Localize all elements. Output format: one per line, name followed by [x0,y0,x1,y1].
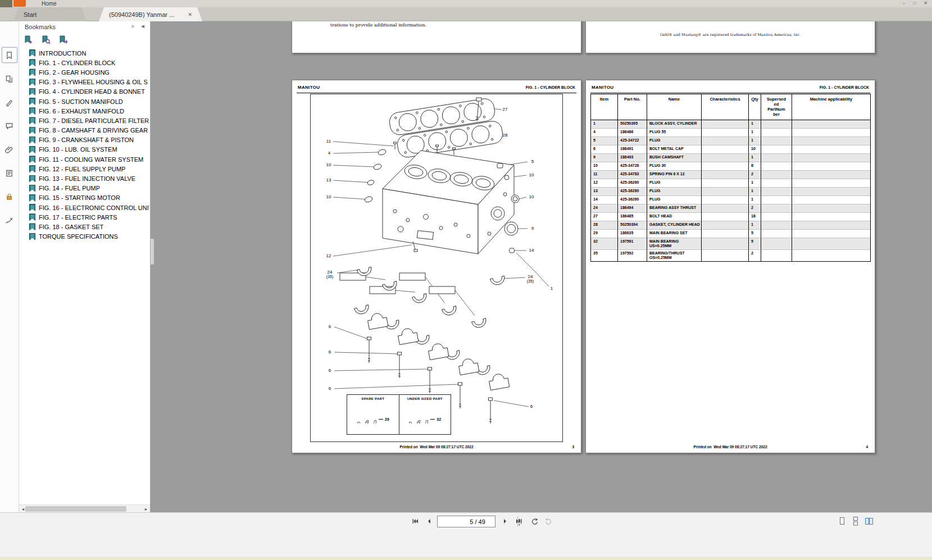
header-rule [297,93,576,93]
bookmark-item[interactable]: FIG. 9 - CRANKSHAFT & PISTON [21,135,149,145]
cell-qty: 1 [749,179,761,188]
maximize-button[interactable]: □ [913,0,916,7]
locate-bookmark-icon[interactable] [58,35,68,44]
tab-start[interactable]: Start [13,7,87,21]
continuous-view-icon[interactable] [850,516,861,527]
cell-name: MAIN BEARING US=0.25MM [647,238,702,250]
bookmark-item-label: FIG. 1 - CYLINDER BLOCK [39,60,115,66]
cell-superseded [761,196,792,204]
cell-characteristics [702,154,749,162]
bookmarks-panel-icon[interactable] [2,47,17,63]
bookmark-flag-icon [29,59,35,66]
next-view-button[interactable] [542,515,554,527]
attachments-panel-icon[interactable] [2,142,17,157]
bookmark-item[interactable]: TORQUE SPECIFICATIONS [21,232,149,242]
document-view-area[interactable]: trations to provide additional informati… [151,21,932,512]
bookmark-item[interactable]: FIG. 10 - LUB. OIL SYSTEM [21,145,149,154]
bookmarks-horizontal-scrollbar[interactable]: ◄ ► [19,504,150,512]
cell-machine [792,145,871,154]
signatures-panel-icon[interactable] [2,212,17,228]
tab-close-icon[interactable]: ✕ [188,12,192,17]
application-menu-button[interactable] [0,0,12,7]
cell-item: 5 [591,137,618,145]
bookmark-item-label: FIG. 8 - CAMSHAFT & DRIVING GEAR [39,127,148,134]
tab-start-label: Start [24,11,37,18]
cell-superseded [761,230,792,238]
bookmark-item[interactable]: FIG. 2 - GEAR HOUSING [21,67,149,77]
panel-collapse-icon[interactable]: ◄ [140,23,146,29]
single-page-view-icon[interactable] [836,516,848,527]
add-bookmark-icon[interactable] [24,35,33,44]
tab-document[interactable]: (50940249B) Yanmar ... ✕ [99,7,202,21]
page-number-box: ▲ ▼ [437,516,495,527]
col-header-part-no: Part No. [618,94,647,120]
bookmark-item[interactable]: FIG. 18 - GASKET SET [21,222,149,231]
cell-superseded [761,129,792,137]
pages-panel-icon[interactable] [2,71,17,86]
prev-page-button[interactable] [423,515,435,527]
cell-part-no: 197591 [618,238,647,250]
diagram-callout-label: 6 [329,368,331,373]
bookmark-item[interactable]: FIG. 15 - STARTING MOTOR [21,193,149,203]
certificates-panel-icon[interactable] [2,165,17,181]
cell-characteristics [702,188,749,196]
annotations-panel-icon[interactable] [2,94,17,110]
cell-superseded [761,179,792,188]
bookmark-item[interactable]: FIG. 7 - DIESEL PARTICULATE FILTER [21,116,149,125]
bookmark-item-label: FIG. 6 - EXHAUST MANIFOLD [39,108,124,115]
cell-part-no: 425-36260 [618,179,647,188]
first-page-button[interactable] [409,515,421,527]
cell-superseded [761,154,792,162]
next-page-button[interactable] [499,515,511,527]
bookmark-item[interactable]: FIG. 13 - FUEL INJECTION VALVE [21,174,149,183]
bookmark-flag-icon [29,69,35,76]
bookmark-item[interactable]: FIG. 11 - COOLING WATER SYSTEM [21,154,149,164]
bookmark-item[interactable]: FIG. 8 - CAMSHAFT & DRIVING GEAR [21,126,149,135]
bookmark-item[interactable]: FIG. 17 - ELECTRIC PARTS [21,212,149,222]
header-rule [590,93,870,93]
cell-part-no: 186486 [618,129,647,137]
bookmark-item[interactable]: FIG. 16 - ELECTRONIC CONTROL UNIT [21,203,149,212]
cell-qty: 1 [749,129,761,137]
find-bookmark-icon[interactable] [41,35,51,44]
panel-menu-icon[interactable]: » [131,23,135,29]
bookmark-flag-icon [29,233,35,240]
diagram-callout-label: 6 [329,350,331,354]
ribbon-tab-home[interactable]: Home [42,1,57,7]
bookmark-item[interactable]: FIG. 4 - CYLINDER HEAD & BONNET [21,87,149,97]
bookmark-item[interactable]: FIG. 1 - CYLINDER BLOCK [21,58,149,67]
previous-view-button[interactable] [529,515,541,527]
bookmark-item[interactable]: FIG. 5 - SUCTION MANIFOLD [21,97,149,106]
cell-characteristics [702,129,749,137]
cell-characteristics [702,213,749,221]
page-number: 4 [866,445,868,449]
minimize-button[interactable]: – [903,0,905,7]
foxit-logo[interactable] [13,0,26,7]
cell-qty: 1 [749,221,761,230]
cell-machine [792,213,871,221]
parts-table-row: 12425-36260PLUG1 [591,179,871,188]
page-brand: MANITOU [592,85,613,90]
scrollbar-thumb[interactable] [25,506,126,512]
cell-qty: 1 [749,154,761,162]
cell-item: 13 [591,188,618,196]
last-page-button[interactable] [513,515,525,527]
close-button[interactable]: ✕ [924,0,928,7]
bookmark-item[interactable]: FIG. 6 - EXHAUST MANIFOLD [21,106,149,116]
security-panel-icon[interactable] [2,189,17,204]
bookmark-item[interactable]: FIG. 3 - FLYWHEEL HOUSING & OIL S [21,78,149,87]
comments-panel-icon[interactable] [2,118,17,134]
scroll-right-icon[interactable]: ► [143,506,149,512]
sidebar-splitter-handle[interactable] [151,238,154,265]
printed-timestamp: Printed on Wed Mar 09 08:27:17 UTC 2022 [586,445,875,449]
bookmarks-panel: Bookmarks » ◄ INTRODUCTIONFIG. 1 - CYLIN… [19,21,151,512]
cell-qty: 5 [749,238,761,250]
bookmark-item[interactable]: FIG. 14 - FUEL PUMP [21,184,149,193]
cell-characteristics [702,137,749,145]
bookmark-item[interactable]: INTRODUCTION [21,48,149,58]
navigation-panel-strip [0,21,19,512]
bookmark-item[interactable]: FIG. 12 - FUEL SUPPLY PUMP [21,164,149,174]
facing-pages-view-icon[interactable] [863,516,875,527]
figure-title: FIG. 1 - CYLINDER BLOCK [820,85,869,89]
cell-machine [792,129,871,137]
